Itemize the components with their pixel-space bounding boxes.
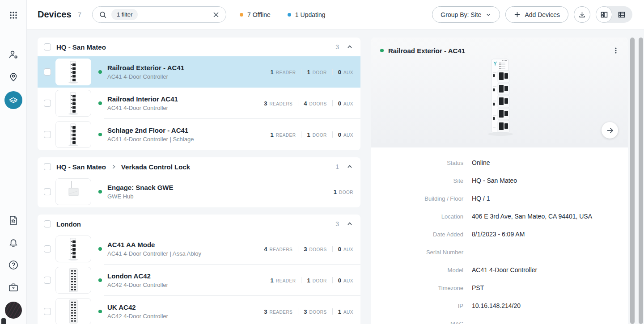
group-title: London xyxy=(56,220,81,228)
device-stat: 1DOOR xyxy=(307,130,326,139)
add-devices-label: Add Devices xyxy=(525,11,560,18)
device-stat: 3READERS xyxy=(264,307,292,316)
device-stat: 4READERS xyxy=(264,245,292,253)
next-device-button[interactable] xyxy=(602,122,618,139)
view-toggle-table[interactable] xyxy=(612,6,631,23)
content: HQ - San Mateo3Railroad Exterior - AC41A… xyxy=(27,29,644,324)
group-count: 3 xyxy=(335,220,339,227)
detail-field-row: Serial Number xyxy=(371,243,628,261)
topbar-actions: Group By: Site Add Devices xyxy=(432,6,632,23)
device-row[interactable]: Railroad Exterior - AC41AC41 4-Door Cont… xyxy=(38,56,360,88)
row-checkbox[interactable] xyxy=(44,277,51,284)
corner-chip xyxy=(1,318,6,324)
device-image xyxy=(481,57,518,138)
online-dot xyxy=(98,70,102,74)
device-list: HQ - San Mateo3Railroad Exterior - AC41A… xyxy=(38,38,360,324)
sidebar-item-toolbox[interactable] xyxy=(5,279,21,295)
device-row[interactable]: Schlage 2nd Floor - AC41AC41 4-Door Cont… xyxy=(38,119,360,150)
device-name: Railroad Exterior - AC41 xyxy=(107,64,184,72)
device-group-card: London3AC41 AA ModeAC41 4-Door Controlle… xyxy=(38,215,360,324)
search-input[interactable]: 1 filter xyxy=(92,6,226,23)
row-checkbox[interactable] xyxy=(44,100,51,107)
chevron-down-icon xyxy=(485,12,491,18)
filter-chip[interactable]: 1 filter xyxy=(111,9,138,20)
gwe-thumbnail xyxy=(64,179,83,205)
group-by-label: Group By: Site xyxy=(441,11,481,18)
page-scrollbar[interactable] xyxy=(639,38,643,324)
group-count: 3 xyxy=(335,43,339,50)
device-model: AC41 4-Door Controller xyxy=(107,105,178,111)
group-count: 1 xyxy=(335,163,339,170)
search-clear-button[interactable] xyxy=(212,11,220,18)
device-row[interactable]: Engage: Snack GWEGWE Hub1DOOR xyxy=(38,176,360,207)
online-dot xyxy=(98,310,102,313)
device-row[interactable]: Railroad Interior AC41AC41 4-Door Contro… xyxy=(38,88,360,119)
group-checkbox[interactable] xyxy=(44,220,51,227)
panel-scrollbar[interactable] xyxy=(630,38,635,324)
row-checkbox[interactable] xyxy=(44,68,51,76)
sidebar-item-sites[interactable] xyxy=(5,69,21,85)
device-text: AC41 AA ModeAC41 4-Door Controller | Ass… xyxy=(107,241,201,257)
table-view-icon xyxy=(618,11,625,18)
device-stat: 1READER xyxy=(271,276,296,284)
group-checkbox[interactable] xyxy=(44,163,51,170)
row-checkbox[interactable] xyxy=(44,308,51,315)
account-avatar[interactable] xyxy=(5,302,22,319)
bell-icon xyxy=(8,237,19,248)
stat-divider xyxy=(332,246,333,252)
device-row[interactable]: AC41 AA ModeAC41 4-Door Controller | Ass… xyxy=(38,233,360,265)
page-title: Devices xyxy=(38,9,72,20)
detail-field-row: Date Added8/1/2023 - 6:09 AM xyxy=(371,225,628,243)
status-filter[interactable]: 1 Updating xyxy=(288,11,326,18)
stat-divider xyxy=(332,100,333,106)
row-checkbox[interactable] xyxy=(44,188,51,195)
field-label: Site xyxy=(371,177,463,184)
sidebar-item-admin[interactable] xyxy=(5,46,21,63)
online-dot xyxy=(98,101,102,105)
detail-panel: Railroad Exterior - AC41 xyxy=(371,38,628,324)
device-box-icon xyxy=(8,95,18,105)
field-label: IP xyxy=(371,303,463,309)
chevron-up-icon xyxy=(346,43,353,50)
group-collapse-button[interactable] xyxy=(346,220,353,227)
online-dot xyxy=(98,133,102,136)
device-name: AC41 AA Mode xyxy=(107,241,201,248)
row-checkbox[interactable] xyxy=(44,131,51,138)
row-checkbox[interactable] xyxy=(44,245,51,252)
device-stat: 0AUX xyxy=(338,130,353,139)
group-checkbox[interactable] xyxy=(44,43,51,50)
group-collapse-button[interactable] xyxy=(346,163,353,170)
sidebar-item-help[interactable] xyxy=(5,257,21,273)
sidebar-item-audit-log[interactable] xyxy=(5,212,21,228)
arrow-right-icon xyxy=(606,126,614,135)
status-summary: 7 Offline1 Updating xyxy=(240,11,326,18)
device-stat: 1READER xyxy=(271,130,296,139)
kebab-menu-button[interactable] xyxy=(609,44,623,57)
add-devices-button[interactable]: Add Devices xyxy=(505,6,568,23)
device-row[interactable]: London AC42AC42 4-Door Controller1READER… xyxy=(38,265,360,296)
device-stat: 0AUX xyxy=(338,68,353,76)
field-label: Model xyxy=(371,267,463,274)
group-header: HQ - San MateoVerkada Control Lock1 xyxy=(38,157,360,176)
device-text: Railroad Exterior - AC41AC41 4-Door Cont… xyxy=(107,64,184,80)
online-dot xyxy=(98,278,102,282)
sidebar-item-notifications[interactable] xyxy=(5,235,21,251)
sidebar-item-apps[interactable] xyxy=(5,7,21,23)
group-by-button[interactable]: Group By: Site xyxy=(432,6,500,23)
stat-divider xyxy=(301,277,301,283)
field-label: MAC xyxy=(371,320,463,324)
group-collapse-button[interactable] xyxy=(346,43,353,50)
status-filter[interactable]: 7 Offline xyxy=(240,11,271,18)
chevron-right-icon xyxy=(110,164,117,170)
page-count: 7 xyxy=(78,11,81,18)
device-model: AC41 4-Door Controller xyxy=(107,73,184,80)
sidebar-item-devices[interactable] xyxy=(4,91,22,109)
export-button[interactable] xyxy=(574,6,590,23)
device-model: AC42 4-Door Controller xyxy=(107,282,168,288)
device-model: AC41 4-Door Controller | Schlage xyxy=(107,136,194,143)
detail-hero: Railroad Exterior - AC41 xyxy=(371,38,628,147)
field-label: Location xyxy=(371,213,463,220)
device-row[interactable]: UK AC42AC42 4-Door Controller3READERS3DO… xyxy=(38,296,360,324)
device-text: UK AC42AC42 4-Door Controller xyxy=(107,303,168,320)
view-toggle-split[interactable] xyxy=(596,6,612,23)
